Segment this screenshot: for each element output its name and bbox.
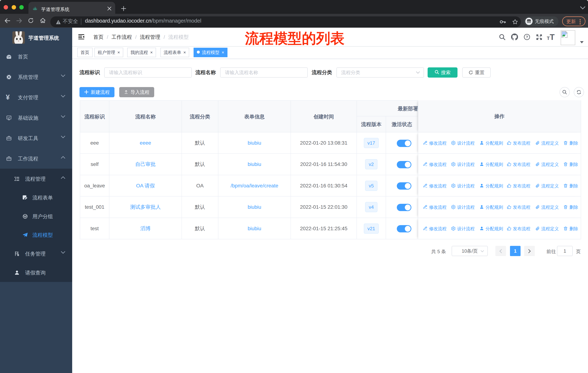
svg-text:?: ? — [526, 35, 528, 39]
